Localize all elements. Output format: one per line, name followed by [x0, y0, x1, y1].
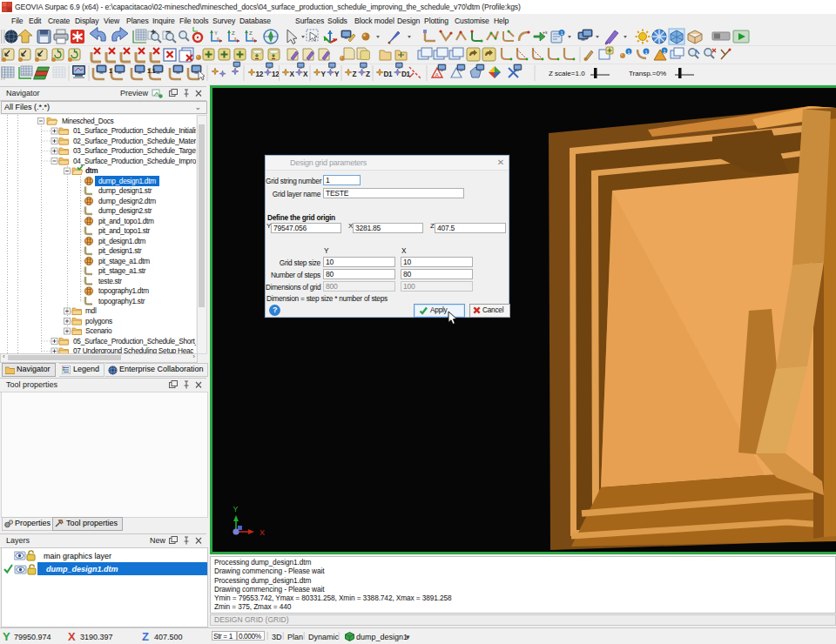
svg-text:12: 12	[256, 70, 264, 78]
svg-text:Transp.=0%: Transp.=0%	[629, 70, 666, 77]
svg-text:+s: +s	[543, 30, 548, 35]
svg-text:1: 1	[664, 49, 666, 54]
svg-text:X: X	[303, 70, 308, 78]
svg-text:Y: Y	[334, 70, 340, 78]
svg-text:12: 12	[272, 70, 280, 78]
svg-text:1: 1	[645, 50, 648, 55]
svg-text:1: 1	[561, 30, 563, 36]
svg-text:1: 1	[628, 50, 630, 55]
svg-text:D1: D1	[384, 70, 394, 78]
svg-text:Z: Z	[366, 70, 370, 78]
svg-text:Z: Z	[353, 70, 357, 78]
svg-text:1: 1	[109, 68, 112, 74]
svg-text:Z scale=1.0: Z scale=1.0	[549, 70, 585, 77]
svg-text:1.1: 1.1	[147, 68, 156, 74]
svg-text:A: A	[435, 72, 439, 77]
svg-text:Y: Y	[233, 505, 239, 513]
svg-text:X: X	[290, 70, 295, 78]
svg-text:X: X	[260, 528, 265, 537]
svg-text:Y: Y	[321, 70, 327, 78]
